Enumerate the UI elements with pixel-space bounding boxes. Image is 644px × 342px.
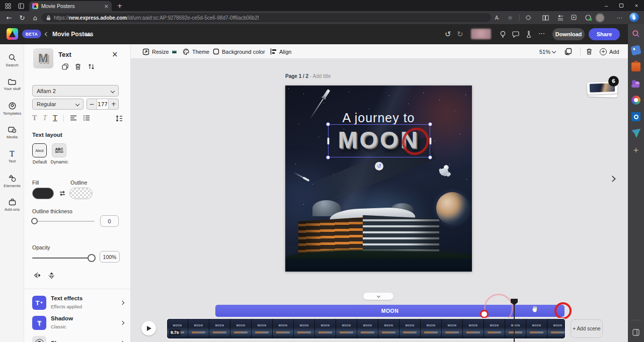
filmstrip-frame[interactable]: MOON bbox=[547, 319, 566, 338]
add-scene-button[interactable]: + Add scene bbox=[571, 319, 603, 338]
browser-menu-icon[interactable]: ⋯ bbox=[615, 13, 625, 22]
timeline-collapse-button[interactable] bbox=[363, 293, 393, 300]
bing-chat-icon[interactable] bbox=[629, 13, 639, 22]
selection-handle-nw[interactable] bbox=[326, 122, 330, 126]
back-to-home-icon[interactable] bbox=[45, 32, 49, 36]
window-minimize-button[interactable]: – bbox=[599, 0, 614, 11]
filmstrip-frame[interactable]: MOON bbox=[167, 319, 188, 338]
browser-tab[interactable]: Movie Posters × bbox=[29, 1, 112, 11]
undo-icon[interactable]: ↺ bbox=[445, 30, 451, 39]
sidebar-item-search[interactable]: Search bbox=[0, 48, 24, 72]
swap-fill-outline-icon[interactable] bbox=[58, 189, 66, 197]
window-maximize-button[interactable] bbox=[614, 0, 629, 11]
align-button[interactable]: Align bbox=[270, 44, 291, 59]
sidebar-item-text[interactable]: T Text bbox=[0, 145, 24, 169]
shopping-icon[interactable] bbox=[584, 13, 594, 22]
tab-groups-icon[interactable] bbox=[569, 13, 579, 22]
delete-page-button[interactable] bbox=[586, 44, 592, 59]
comments-icon[interactable] bbox=[512, 30, 520, 38]
resize-button[interactable]: Resize bbox=[142, 44, 177, 59]
selection-handle-ne[interactable] bbox=[428, 122, 432, 126]
tab-close-icon[interactable]: × bbox=[104, 3, 109, 10]
page-view-button[interactable] bbox=[565, 44, 572, 59]
layout-dynamic-button[interactable]: ABC DEFGH bbox=[52, 143, 66, 157]
favorite-star-icon[interactable]: ☆ bbox=[505, 13, 515, 22]
page-label[interactable]: Page 1 / 2 - Add title bbox=[285, 73, 331, 79]
flip-horizontal-icon[interactable] bbox=[33, 272, 42, 279]
selection-handle-sw[interactable] bbox=[326, 155, 330, 159]
layout-default-button[interactable]: Abcd bbox=[32, 143, 47, 157]
home-icon[interactable]: ⌂ bbox=[29, 14, 42, 22]
filmstrip-frame[interactable]: MOON bbox=[357, 319, 378, 338]
rotate-handle[interactable]: ↺ bbox=[375, 162, 383, 170]
sidebar-add-icon[interactable]: + bbox=[631, 145, 640, 154]
zoom-control[interactable]: 51% bbox=[539, 44, 555, 59]
filmstrip-frame[interactable]: MOON bbox=[399, 319, 420, 338]
list-icon[interactable] bbox=[83, 115, 90, 121]
window-close-button[interactable]: × bbox=[629, 0, 644, 11]
font-size-value[interactable]: 177 bbox=[97, 99, 109, 109]
font-family-select[interactable]: Alfarn 2 bbox=[32, 85, 119, 97]
beta-flask-icon[interactable] bbox=[525, 30, 533, 38]
theme-button[interactable]: Theme bbox=[183, 44, 209, 59]
favorites-list-icon[interactable] bbox=[555, 13, 565, 22]
plus-icon[interactable]: + bbox=[108, 99, 118, 109]
filmstrip-frame[interactable]: MOON bbox=[484, 319, 505, 338]
refresh-icon[interactable]: ↻ bbox=[16, 14, 29, 22]
sidebar-outlook-icon[interactable] bbox=[631, 112, 640, 121]
filmstrip-frame[interactable]: MOON bbox=[294, 319, 314, 338]
slider-knob[interactable] bbox=[31, 218, 38, 224]
minus-icon[interactable]: − bbox=[87, 99, 97, 109]
opacity-slider[interactable] bbox=[32, 258, 92, 259]
back-icon[interactable]: ← bbox=[3, 14, 16, 22]
shape-row[interactable]: T Shape bbox=[32, 334, 124, 342]
play-button[interactable] bbox=[141, 321, 156, 335]
filmstrip-frame[interactable]: MOON bbox=[336, 319, 357, 338]
delete-icon[interactable] bbox=[74, 62, 82, 70]
duplicate-icon[interactable] bbox=[61, 62, 69, 70]
shadow-row[interactable]: TT Shadow Classic bbox=[32, 314, 124, 331]
download-button[interactable]: Download bbox=[552, 28, 585, 40]
flip-vertical-icon[interactable] bbox=[47, 272, 56, 279]
sidebar-item-templates[interactable]: Templates bbox=[0, 97, 24, 121]
filmstrip-frame[interactable]: MOON bbox=[230, 319, 251, 338]
adobe-express-logo[interactable] bbox=[7, 28, 18, 40]
align-text-icon[interactable] bbox=[70, 115, 77, 121]
more-options-icon[interactable]: ⋯ bbox=[538, 30, 545, 37]
sidebar-drop-icon[interactable] bbox=[631, 129, 640, 138]
filmstrip-frame[interactable]: MOON bbox=[315, 319, 336, 338]
filmstrip-frame[interactable]: MOON bbox=[505, 319, 526, 338]
poster-page[interactable]: A journey to MOON bbox=[285, 86, 472, 272]
layer-order-icon[interactable] bbox=[87, 62, 95, 70]
slider-knob[interactable] bbox=[88, 254, 96, 262]
share-button[interactable]: Share bbox=[589, 28, 620, 40]
tips-lightbulb-icon[interactable] bbox=[499, 30, 507, 38]
pages-stack[interactable]: 6 bbox=[586, 78, 621, 102]
sidebar-people-icon[interactable] bbox=[631, 79, 640, 88]
selection-handle-e[interactable] bbox=[429, 137, 432, 145]
filmstrip-frame[interactable]: MOON bbox=[442, 319, 462, 338]
filmstrip-frame[interactable]: MOON bbox=[188, 319, 209, 338]
sidebar-item-add-ons[interactable]: Add-ons bbox=[0, 193, 24, 217]
sidebar-item-media[interactable]: Media bbox=[0, 121, 24, 145]
extension-icon[interactable] bbox=[523, 13, 533, 22]
font-weight-select[interactable]: Regular bbox=[32, 99, 84, 110]
sidebar-item-elements[interactable]: Elements bbox=[0, 169, 24, 193]
redo-icon[interactable]: ↻ bbox=[457, 30, 463, 39]
add-page-button[interactable]: + Add bbox=[600, 44, 619, 59]
reading-list-icon[interactable] bbox=[540, 13, 550, 22]
selection-handle-w[interactable] bbox=[327, 137, 330, 145]
sidebar-designer-icon[interactable] bbox=[631, 96, 640, 105]
underline-icon[interactable]: T bbox=[53, 114, 57, 122]
filmstrip-frame[interactable]: MOON bbox=[209, 319, 230, 338]
filmstrip-frame[interactable]: MOON bbox=[421, 319, 441, 338]
filmstrip-frame[interactable]: MOON bbox=[252, 319, 272, 338]
filmstrip-frame[interactable]: MOON bbox=[378, 319, 399, 338]
outline-swatch[interactable] bbox=[69, 188, 93, 199]
next-page-chevron[interactable] bbox=[609, 176, 616, 182]
sidebar-tools-icon[interactable] bbox=[631, 62, 640, 71]
text-effects-row[interactable]: T✦ Text effects Effects applied bbox=[32, 294, 124, 311]
panel-close-icon[interactable]: × bbox=[112, 50, 118, 59]
workspaces-icon[interactable] bbox=[4, 2, 12, 10]
poster-subtitle-text[interactable]: A journey to bbox=[285, 111, 472, 125]
